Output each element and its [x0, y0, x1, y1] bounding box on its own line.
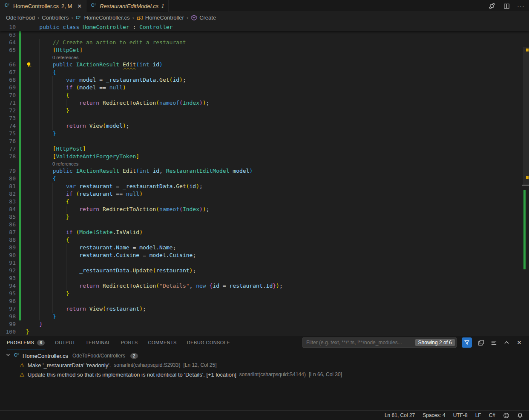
close-icon[interactable]: ✕ [77, 3, 82, 9]
panel-tab-comments[interactable]: COMMENTS [148, 336, 176, 349]
status-indentation[interactable]: Spaces: 4 [423, 412, 445, 418]
editor-scrollbar[interactable] [523, 47, 529, 185]
overview-ruler-warning-marker [526, 49, 529, 51]
panel-tab-problems[interactable]: PROBLEMS6 [7, 336, 45, 349]
codelens-references-link[interactable]: 0 references [52, 54, 78, 61]
tab-RestaurantEditModel.cs[interactable]: C#RestaurantEditModel.cs1 [86, 0, 169, 12]
code-line[interactable]: 75 } [0, 130, 529, 137]
code-line[interactable]: 74 return View(model); [0, 122, 529, 130]
code-line[interactable]: 98 } [0, 313, 529, 320]
code-line[interactable]: 87 if (ModelState.IsValid) [0, 229, 529, 236]
panel-tab-output[interactable]: OUTPUT [55, 336, 75, 349]
status-cursor-position[interactable]: Ln 61, Col 27 [385, 412, 415, 418]
code-line[interactable]: 81 var restaurant = _restaurantData.Get(… [0, 183, 529, 190]
code-line[interactable]: 84 return RedirectToAction(nameof(Index)… [0, 206, 529, 213]
csharp-file-icon: C# [91, 2, 97, 10]
tab-problem-badge: 1 [161, 3, 164, 9]
code-line[interactable]: 0 references [0, 54, 529, 61]
code-line[interactable]: 100} [0, 328, 529, 336]
modified-line-gutter-indicator [19, 206, 21, 213]
chevron-down-icon[interactable] [5, 352, 11, 360]
filter-icon[interactable] [462, 337, 472, 348]
code-line[interactable]: 85 } [0, 213, 529, 221]
code-line[interactable]: 67 { [0, 69, 529, 76]
indent-guide [39, 274, 40, 282]
code-line[interactable]: 65 [HttpGet] [0, 46, 529, 54]
code-line[interactable]: 68 var model = _restaurantData.Get(id); [0, 76, 529, 84]
breadcrumb-item-HomeController[interactable]: HomeController [137, 14, 184, 21]
breadcrumb-label: Controllers [42, 14, 69, 21]
code-line[interactable]: 99 } [0, 320, 529, 328]
code-line[interactable]: 86 [0, 221, 529, 229]
code-line[interactable]: 90 restaurant.Cuisine = model.Cuisine; [0, 251, 529, 259]
code-line[interactable]: 95 } [0, 290, 529, 297]
code-line-text: return RedirectToAction(nameof(Index)); [26, 99, 210, 107]
problems-file-group[interactable]: C # HomeController.cs OdeToFood/Controll… [0, 351, 529, 360]
code-line[interactable]: 94 return RedirectToAction("Details", ne… [0, 282, 529, 290]
panel-tab-terminal[interactable]: TERMINAL [86, 336, 111, 349]
code-line[interactable]: 96 [0, 297, 529, 305]
code-line[interactable]: 69 if (model == null) [0, 84, 529, 91]
notifications-bell-icon[interactable] [517, 412, 523, 418]
code-line[interactable]: 63 [0, 31, 529, 39]
code-line[interactable]: 76 [0, 137, 529, 145]
code-line-text: // Create an action to edit a restaurant [26, 39, 186, 46]
code-line[interactable]: 97 return View(restaurant); [0, 305, 529, 313]
warning-icon: ⚠ [20, 371, 25, 378]
line-number: 70 [0, 91, 16, 99]
breadcrumb-item-Create[interactable]: Create [191, 14, 216, 21]
code-line[interactable]: 66 public IActionResult Edit(int id) [0, 61, 529, 69]
svg-text:#: # [17, 352, 19, 355]
maximize-panel-icon[interactable] [503, 339, 510, 346]
modified-line-gutter-indicator [19, 198, 21, 206]
breadcrumb-item-OdeToFood[interactable]: OdeToFood [6, 14, 35, 21]
status-language-mode[interactable]: C# [489, 412, 495, 418]
modified-line-gutter-indicator [19, 39, 21, 46]
status-encoding[interactable]: UTF-8 [453, 412, 468, 418]
code-line[interactable]: 64 // Create an action to edit a restaur… [0, 39, 529, 46]
close-panel-icon[interactable]: ✕ [515, 339, 523, 346]
more-actions-icon[interactable]: ··· [517, 2, 525, 10]
modified-line-gutter-indicator [19, 122, 21, 130]
collapse-all-icon[interactable] [490, 339, 497, 346]
code-line[interactable]: 71 return RedirectToAction(nameof(Index)… [0, 99, 529, 107]
split-editor-icon[interactable] [503, 2, 510, 10]
panel-tab-ports[interactable]: PORTS [121, 336, 138, 349]
code-line[interactable]: 91 [0, 259, 529, 267]
problem-source: sonarlint(csharpsquid:S4144) [239, 371, 306, 377]
code-line[interactable]: 92 _restaurantData.Update(restaurant); [0, 267, 529, 274]
breadcrumb-item-Controllers[interactable]: Controllers [42, 14, 69, 21]
codelens-references-link[interactable]: 0 references [52, 160, 78, 167]
showing-count-badge: Showing 2 of 6 [415, 339, 455, 346]
code-line[interactable]: 79 public IActionResult Edit(int id, Res… [0, 167, 529, 175]
problem-row[interactable]: ⚠Update this method so that its implemen… [0, 370, 529, 379]
code-line[interactable]: 88 { [0, 236, 529, 244]
code-line[interactable]: 83 { [0, 198, 529, 206]
code-line-text: return View(restaurant); [26, 305, 146, 313]
status-eol[interactable]: LF [475, 412, 481, 418]
indent-guide [66, 274, 66, 282]
code-line[interactable]: 77 [HttpPost] [0, 145, 529, 153]
breadcrumb-item-HomeController.cs[interactable]: C#HomeController.cs [75, 14, 129, 21]
code-line[interactable]: 80 { [0, 175, 529, 183]
problems-filter-input[interactable] [306, 340, 415, 346]
code-line[interactable]: 72 } [0, 107, 529, 114]
panel-tab-debug-console[interactable]: DEBUG CONSOLE [187, 336, 230, 349]
feedback-smiley-icon[interactable] [503, 412, 509, 419]
problem-row[interactable]: ⚠Make '_restaurantData' 'readonly'.sonar… [0, 360, 529, 370]
tab-HomeController.cs[interactable]: C#HomeController.cs2, M✕ [0, 0, 86, 12]
code-line[interactable]: 0 references [0, 160, 529, 167]
code-line-text: [HttpPost] [26, 145, 86, 153]
line-number: 89 [0, 244, 16, 251]
code-line[interactable]: 73 [0, 114, 529, 122]
modified-line-gutter-indicator [19, 213, 21, 221]
code-line[interactable]: 82 if (restaurant == null) [0, 190, 529, 198]
line-number: 79 [0, 167, 16, 175]
code-line[interactable]: 93 [0, 274, 529, 282]
code-line-text: { [26, 91, 69, 99]
view-as-table-icon[interactable] [477, 339, 485, 346]
code-line[interactable]: 78 [ValidateAntiForgeryToken] [0, 153, 529, 160]
open-changes-icon[interactable] [488, 2, 496, 10]
code-line[interactable]: 70 { [0, 91, 529, 99]
code-line[interactable]: 89 restaurant.Name = model.Name; [0, 244, 529, 251]
